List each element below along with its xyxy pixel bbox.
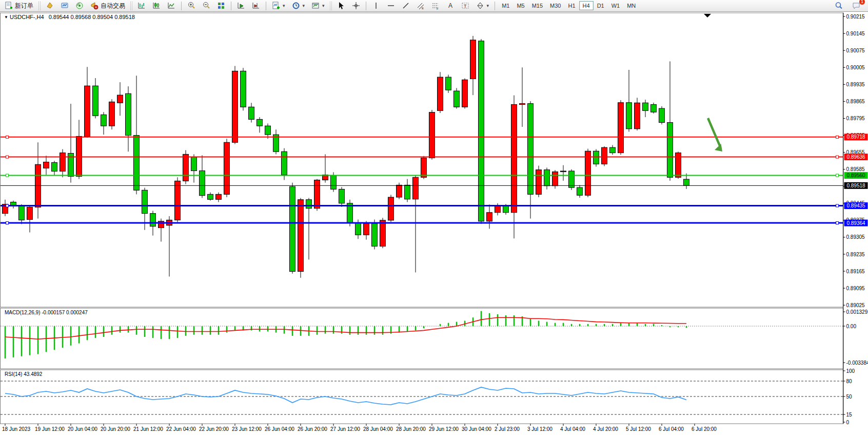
zoom-in-button[interactable] xyxy=(185,1,198,11)
hline-handle[interactable] xyxy=(6,222,9,224)
time-tick-label: 21 Jun 12:00 xyxy=(133,426,163,432)
hline-handle[interactable] xyxy=(836,204,839,207)
candle-body xyxy=(282,152,287,175)
price-badge-label: 0.89518 xyxy=(846,183,865,188)
search-icon xyxy=(835,2,843,10)
candle-body xyxy=(44,162,49,168)
candlestick-chart-button[interactable] xyxy=(150,1,163,11)
price-tick-label: 0.89095 xyxy=(846,286,865,291)
candle-body xyxy=(175,181,181,220)
timeframe-button-H4[interactable]: H4 xyxy=(579,1,594,10)
time-tick-label: 28 Jun 20:00 xyxy=(396,426,426,432)
candle-body xyxy=(528,104,534,195)
shapes-tool-button[interactable]: ▾ xyxy=(474,1,492,11)
candle-body xyxy=(134,136,140,191)
candle-body xyxy=(117,95,123,103)
candle-body xyxy=(594,151,599,164)
timeframe-button-M30[interactable]: M30 xyxy=(546,1,564,10)
toolbar-grip xyxy=(330,2,332,10)
horizontal-line-icon xyxy=(387,2,395,10)
candle-body xyxy=(495,206,501,213)
tile-windows-button[interactable] xyxy=(214,1,228,11)
chart-shift-button[interactable] xyxy=(249,1,263,11)
price-badge-label: 0.89364 xyxy=(846,220,865,226)
trendline-tool-button[interactable] xyxy=(399,1,412,11)
bar-chart-icon xyxy=(137,2,146,10)
time-tick-label: 2 Jul 23:00 xyxy=(495,426,520,432)
toolbar-grip xyxy=(38,2,41,10)
hline-handle[interactable] xyxy=(6,156,9,158)
candle-body xyxy=(585,151,591,195)
hline-handle[interactable] xyxy=(6,204,9,207)
auto-trading-button[interactable]: 自动交易 xyxy=(88,1,128,11)
channel-tool-button[interactable]: E xyxy=(414,1,427,11)
candle-body xyxy=(76,136,82,176)
time-tick-label: 20 Jun 04:00 xyxy=(68,426,97,432)
signals-button[interactable] xyxy=(73,1,86,11)
macd-tick-label: 0.001329 xyxy=(846,309,868,315)
market-watch-button[interactable] xyxy=(58,1,71,11)
styles-icon xyxy=(46,2,54,10)
crosshair-icon xyxy=(352,2,360,10)
svg-text:F: F xyxy=(437,7,439,10)
text-label-tool-button[interactable]: T xyxy=(459,1,472,11)
new-order-button[interactable]: 新订单 xyxy=(2,1,36,11)
hline-handle[interactable] xyxy=(836,156,839,158)
chart-canvas[interactable]: 0.902150.901450.900750.900050.899350.898… xyxy=(0,12,868,435)
candle-body xyxy=(561,171,566,172)
text-tool-button[interactable]: A xyxy=(444,1,457,11)
auto-trading-icon xyxy=(90,2,98,10)
vertical-line-tool-button[interactable] xyxy=(369,1,383,11)
candle-body xyxy=(314,180,320,208)
time-tick-label: 6 Jul 04:00 xyxy=(659,426,684,432)
line-chart-button[interactable] xyxy=(165,1,178,11)
search-button[interactable] xyxy=(832,1,845,11)
candle-body xyxy=(183,154,189,181)
timeframe-button-D1[interactable]: D1 xyxy=(594,1,608,10)
time-tick-label: 23 Jun 12:00 xyxy=(232,426,262,432)
periods-button[interactable]: ▾ xyxy=(289,1,308,11)
bar-chart-button[interactable] xyxy=(135,1,148,11)
auto-trading-label: 自动交易 xyxy=(101,2,125,10)
text-icon: A xyxy=(446,2,455,10)
time-tick-label: 20 Jun 20:00 xyxy=(101,426,130,432)
fibonacci-tool-button[interactable]: F xyxy=(429,1,442,11)
templates-button[interactable]: ▾ xyxy=(309,1,327,11)
candle-body xyxy=(150,214,156,226)
hline-handle[interactable] xyxy=(836,136,839,138)
candle-body xyxy=(503,206,509,213)
chart-window[interactable]: 0.902150.901450.900750.900050.899350.898… xyxy=(0,12,868,435)
toolbar-separator xyxy=(366,2,366,10)
candle-body xyxy=(421,158,427,177)
horizontal-line-tool-button[interactable] xyxy=(384,1,398,11)
timeframe-button-M15[interactable]: M15 xyxy=(528,1,546,10)
timeframe-button-MN[interactable]: MN xyxy=(623,1,639,10)
hline-handle[interactable] xyxy=(6,136,9,138)
styles-button[interactable] xyxy=(43,1,56,11)
macd-tick-label: -0.003384 xyxy=(846,360,868,366)
macd-tick-label: 0.00 xyxy=(846,324,857,329)
auto-scroll-button[interactable] xyxy=(234,1,248,11)
time-tick-label: 29 Jun 12:00 xyxy=(429,426,459,432)
zoom-out-button[interactable] xyxy=(200,1,213,11)
timeframe-button-M5[interactable]: M5 xyxy=(513,1,528,10)
candle-body xyxy=(216,194,222,199)
hline-handle[interactable] xyxy=(836,174,839,177)
candle-body xyxy=(544,170,550,186)
candle-body xyxy=(659,108,665,122)
timeframe-button-H1[interactable]: H1 xyxy=(565,1,579,10)
hline-handle[interactable] xyxy=(836,222,839,224)
timeframe-button-M1[interactable]: M1 xyxy=(498,1,513,10)
time-tick-label: 27 Jun 12:00 xyxy=(330,426,360,432)
crosshair-tool-button[interactable] xyxy=(349,1,363,11)
hline-handle[interactable] xyxy=(6,174,9,177)
candle-body xyxy=(388,197,394,220)
cursor-tool-button[interactable] xyxy=(334,1,348,11)
candle-body xyxy=(126,93,131,135)
timeframe-button-W1[interactable]: W1 xyxy=(608,1,624,10)
rsi-tick-label: 15 xyxy=(846,412,853,418)
chat-button[interactable]: 1 xyxy=(850,1,863,11)
indicators-button[interactable]: ▾ xyxy=(269,1,288,11)
new-order-icon xyxy=(5,2,13,10)
time-tick-label: 22 Jun 20:00 xyxy=(199,426,229,432)
